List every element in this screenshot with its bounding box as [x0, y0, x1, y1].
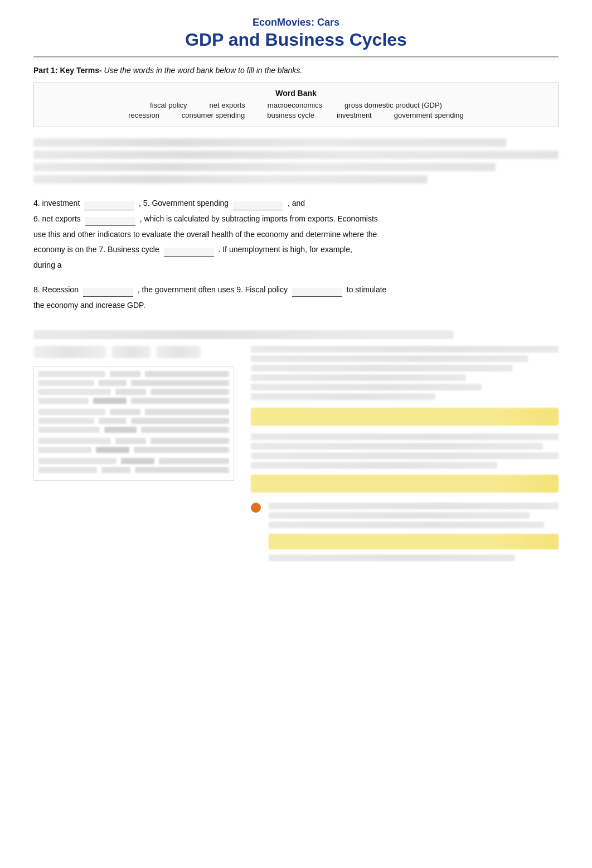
line6-rest: , which is calculated by subtracting imp… [140, 214, 378, 223]
r-line-4 [251, 374, 466, 381]
blank-8[interactable] [83, 288, 133, 297]
blurred-label-6 [38, 418, 94, 424]
word-bank-row-1: fiscal policy net exports macroeconomics… [44, 101, 548, 109]
part1-header: Part 1: Key Terms- Use the words in the … [33, 66, 559, 75]
blurred-val-4 [93, 398, 127, 404]
blank-6[interactable] [85, 217, 135, 226]
r-line-2 [251, 355, 528, 362]
wb-gdp: gross domestic product (GDP) [344, 101, 442, 109]
blurred-row-1 [38, 371, 229, 377]
blurred-label-11 [38, 467, 97, 473]
blurred-label-10 [38, 458, 117, 464]
word-bank-title: Word Bank [44, 89, 548, 98]
blurred-label-4 [38, 398, 89, 404]
blurred-label-5 [38, 409, 105, 415]
wb-government-spending: government spending [394, 111, 464, 119]
gap-r-1 [251, 471, 559, 475]
blurred-row-4 [38, 398, 229, 404]
r-line-11 [269, 503, 559, 509]
header-title: GDP and Business Cycles [33, 30, 559, 50]
line4-rest2: , and [288, 199, 305, 208]
gap-1 [33, 188, 559, 197]
blank-5[interactable] [233, 201, 283, 210]
blurred-label-7 [38, 427, 100, 433]
blank-9[interactable] [292, 288, 342, 297]
line6-term: net exports [42, 214, 81, 223]
blurred-row-7 [38, 427, 229, 433]
blurred-row-2 [38, 380, 229, 386]
right-block-3 [251, 433, 559, 493]
right-block-4-content [269, 503, 559, 564]
word-bank-row-2: recession consumer spending business cyc… [44, 111, 548, 119]
blurred-row-3 [38, 389, 229, 395]
r-line-10 [251, 462, 497, 469]
blurred-row-8 [38, 438, 229, 444]
cont1-text: use this and other indicators to evaluat… [33, 230, 377, 239]
r-line-1 [251, 346, 559, 353]
line-final: the economy and increase GDP. [33, 299, 559, 312]
wb-fiscal-policy: fiscal policy [150, 101, 187, 109]
blurred-val-9 [96, 447, 129, 453]
r-line-5 [251, 384, 482, 390]
r-line-7 [251, 433, 559, 440]
line8-rest2: to stimulate [347, 285, 387, 294]
highlighted-3 [269, 534, 559, 549]
r-line-12 [269, 512, 530, 519]
page-header: EconMovies: Cars GDP and Business Cycles [33, 17, 559, 50]
blurred-th-2 [111, 346, 151, 358]
blurred-bar-4 [131, 398, 229, 404]
blurred-val-5 [110, 409, 140, 415]
part1-label: Part 1: Key Terms- [33, 66, 102, 75]
blurred-line-1 [33, 138, 506, 147]
blurred-bar-1 [145, 371, 229, 377]
blank-7[interactable] [164, 248, 214, 257]
header-subtitle: EconMovies: Cars [33, 17, 559, 28]
during-text: during a [33, 261, 62, 269]
blurred-bar-7 [141, 427, 229, 433]
line-continuation-1: use this and other indicators to evaluat… [33, 228, 559, 242]
blurred-line-3 [33, 163, 496, 171]
blurred-bar-10 [159, 458, 229, 464]
gap-2 [33, 274, 559, 283]
part2-container [33, 346, 559, 572]
line7-rest: . If unemployment is high, for example, [218, 245, 352, 254]
line6-number: 6. [33, 214, 42, 223]
blurred-val-1 [110, 371, 140, 377]
line-8: 8. Recession , the government often uses… [33, 283, 559, 297]
blurred-th-1 [33, 346, 106, 358]
blurred-val-6 [99, 418, 127, 424]
right-block-4 [251, 503, 559, 564]
right-block-2 [251, 408, 559, 426]
wb-recession: recession [128, 111, 159, 119]
r-line-9 [251, 452, 559, 459]
line4-rest: , 5. Government spending [139, 199, 229, 208]
wb-net-exports: net exports [210, 101, 245, 109]
blurred-bar-11 [135, 467, 229, 473]
r-line-6 [251, 393, 435, 400]
blank-4[interactable] [84, 201, 134, 210]
line7-text: economy is on the 7. Business cycle [33, 245, 159, 254]
r-line-8 [251, 443, 543, 450]
gap-r-3 [269, 552, 559, 554]
highlighted-1 [251, 408, 559, 426]
part2-left [33, 346, 234, 572]
orange-dot [251, 503, 261, 513]
highlighted-2 [251, 475, 559, 493]
blurred-bar-3 [151, 389, 229, 395]
blurred-line-2 [33, 151, 559, 159]
divider-thick [33, 56, 559, 57]
blurred-bar-8 [151, 438, 229, 444]
r-line-13 [269, 522, 544, 528]
blurred-block-1 [33, 138, 559, 184]
blurred-row-5 [38, 409, 229, 415]
blurred-row-9 [38, 447, 229, 453]
blurred-row-10 [38, 458, 229, 464]
part2-header-blurred [33, 330, 454, 339]
wb-consumer-spending: consumer spending [182, 111, 245, 119]
blurred-val-2 [99, 380, 127, 386]
blurred-val-10 [121, 458, 154, 464]
line8-number: 8. [33, 285, 42, 294]
blurred-val-8 [115, 438, 146, 444]
blurred-table-header [33, 346, 234, 363]
blurred-val-3 [115, 389, 146, 395]
